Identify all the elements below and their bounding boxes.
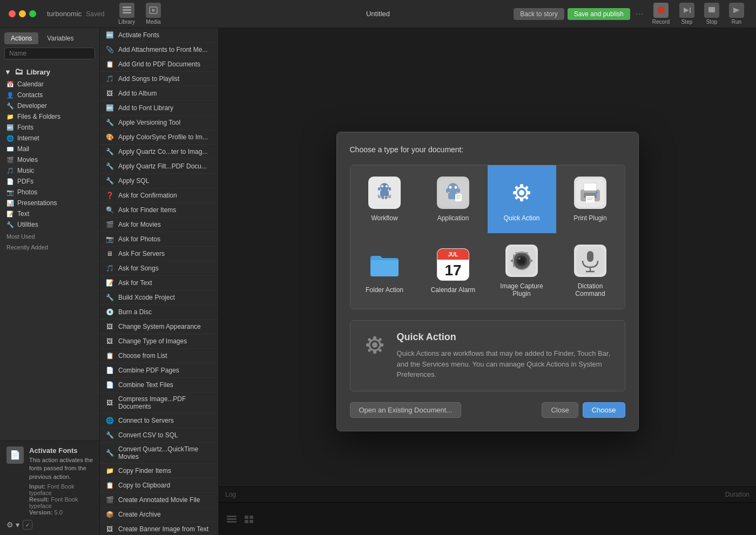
doc-type-calendar-alarm[interactable]: JUL 17 Calendar Alarm [419, 233, 488, 309]
list-item[interactable]: 🔍 Ask for Finder Items [100, 203, 218, 218]
check-button[interactable]: ✓ [23, 520, 32, 530]
list-item[interactable]: 🎵 Add Songs to Playlist [100, 72, 218, 86]
stop-btn[interactable]: Stop [701, 1, 723, 27]
sidebar-item-label: Mail [17, 145, 29, 153]
sidebar-item-internet[interactable]: 🌐 Internet [0, 133, 99, 144]
sidebar-item-fonts[interactable]: 🔤 Fonts [0, 122, 99, 133]
more-options-btn[interactable]: ··· [636, 8, 644, 19]
library-label: Library [118, 19, 135, 25]
list-item[interactable]: 🎨 Apply ColorSync Profile to Im... [100, 130, 218, 145]
list-item[interactable]: 📋 Choose from List [100, 349, 218, 363]
list-item[interactable]: ❓ Ask for Confirmation [100, 188, 218, 203]
list-item[interactable]: 🔧 Convert Quartz...QuickTime Movies [100, 443, 218, 464]
list-item[interactable]: 📄 Combine Text Files [100, 378, 218, 392]
svg-rect-2 [123, 12, 131, 13]
doc-type-image-capture[interactable]: Image Capture Plugin [488, 233, 556, 309]
doc-type-application[interactable]: Application [419, 165, 488, 233]
step-btn[interactable]: Step [676, 1, 698, 27]
svg-rect-34 [456, 195, 461, 196]
list-item[interactable]: 🔧 Build Xcode Project [100, 290, 218, 305]
item-icon: 📁 [105, 466, 114, 475]
doc-type-print-plugin[interactable]: Print Plugin [556, 165, 625, 233]
list-item[interactable]: 🎵 Ask for Songs [100, 261, 218, 276]
list-item[interactable]: 🖼 Create Banner Image from Text [100, 522, 218, 535]
item-label: Ask for Finder Items [118, 206, 176, 214]
search-input[interactable] [4, 48, 95, 59]
list-item[interactable]: 📋 Add Grid to PDF Documents [100, 57, 218, 72]
chevron-icon: ▼ [4, 68, 11, 76]
list-item[interactable]: 🔧 Apply Quartz Filt...PDF Docu... [100, 159, 218, 174]
item-icon: 🖥 [105, 249, 114, 258]
library-header[interactable]: ▼ 🗂 Library [0, 65, 99, 79]
item-icon: 📄 [105, 381, 114, 389]
svg-rect-31 [446, 188, 449, 193]
contacts-icon: 👤 [6, 91, 14, 99]
sidebar-item-movies[interactable]: 🎬 Movies [0, 154, 99, 165]
list-item[interactable]: 📄 Combine PDF Pages [100, 363, 218, 378]
sidebar-item-calendar[interactable]: 📅 Calendar [0, 79, 99, 90]
item-icon: 🔧 [105, 431, 114, 439]
list-item[interactable]: 🌐 Connect to Servers [100, 414, 218, 428]
sidebar-item-pdfs[interactable]: 📄 PDFs [0, 176, 99, 187]
list-item[interactable]: 📁 Copy Finder Items [100, 464, 218, 478]
list-item[interactable]: 🔧 Apple Versioning Tool [100, 116, 218, 130]
list-item[interactable]: 📷 Ask for Photos [100, 232, 218, 247]
close-button[interactable]: Close [542, 402, 578, 418]
item-icon: 🔧 [105, 177, 114, 185]
list-item[interactable]: 🔧 Apply SQL [100, 174, 218, 188]
open-existing-button[interactable]: Open an Existing Document... [350, 402, 462, 418]
sidebar-item-text[interactable]: 📝 Text [0, 208, 99, 219]
list-item[interactable]: 🔧 Apply Quartz Co...ter to Imag... [100, 145, 218, 159]
close-button[interactable] [9, 10, 16, 17]
list-item[interactable]: 💿 Burn a Disc [100, 305, 218, 320]
sidebar-item-contacts[interactable]: 👤 Contacts [0, 90, 99, 100]
choose-button[interactable]: Choose [583, 402, 625, 418]
list-item[interactable]: 📋 Copy to Clipboard [100, 478, 218, 493]
list-item[interactable]: 🔤 Add to Font Library [100, 101, 218, 116]
tab-actions[interactable]: Actions [4, 32, 38, 44]
save-publish-button[interactable]: Save and publish [568, 8, 630, 20]
doc-type-quick-action[interactable]: Quick Action [488, 165, 556, 233]
list-item[interactable]: 🎬 Create Annotated Movie File [100, 493, 218, 507]
sidebar-item-utilities[interactable]: 🔧 Utilities [0, 219, 99, 230]
list-item[interactable]: 🔧 Convert CSV to SQL [100, 428, 218, 443]
list-item[interactable]: 🎬 Ask for Movies [100, 218, 218, 232]
sidebar-item-developer[interactable]: 🔧 Developer [0, 100, 99, 111]
application-type-icon [437, 177, 469, 209]
list-item[interactable]: 🖼 Compress Image...PDF Documents [100, 392, 218, 414]
sidebar-item-files[interactable]: 📁 Files & Folders [0, 111, 99, 122]
list-item[interactable]: 🖼 Change System Appearance [100, 320, 218, 334]
sidebar-item-photos[interactable]: 📷 Photos [0, 187, 99, 198]
item-label: Copy to Clipboard [118, 482, 170, 489]
item-icon: 🎵 [105, 75, 114, 83]
item-icon: 🎬 [105, 496, 114, 504]
library-btn[interactable]: Library [115, 1, 138, 27]
list-item[interactable]: 📝 Ask for Text [100, 276, 218, 290]
sidebar-item-label: Text [17, 210, 29, 218]
doc-type-workflow[interactable]: WFLOW [350, 165, 419, 233]
run-btn[interactable]: Run [726, 1, 747, 27]
list-item[interactable]: 📦 Create Archive [100, 507, 218, 522]
list-item[interactable]: 🖼 Change Type of Images [100, 334, 218, 349]
list-item[interactable]: 🖥 Ask For Servers [100, 247, 218, 261]
doc-type-folder-action[interactable]: Folder Action [350, 233, 419, 309]
list-item[interactable]: 🔤 Activate Fonts [100, 28, 218, 43]
media-btn[interactable]: Media [143, 1, 164, 27]
sidebar-item-presentations[interactable]: 📊 Presentations [0, 198, 99, 208]
sidebar-item-mail[interactable]: ✉️ Mail [0, 144, 99, 154]
record-btn[interactable]: Record [649, 1, 673, 27]
list-item[interactable]: 🖼 Add to Album [100, 86, 218, 101]
list-item[interactable]: 📎 Add Attachments to Front Me... [100, 43, 218, 57]
movies-icon: 🎬 [6, 156, 14, 164]
item-icon: 📷 [105, 235, 114, 243]
tab-variables[interactable]: Variables [40, 32, 80, 44]
maximize-button[interactable] [29, 10, 36, 17]
back-story-button[interactable]: Back to story [514, 8, 564, 20]
media-icon [146, 3, 161, 18]
sidebar-item-music[interactable]: 🎵 Music [0, 165, 99, 176]
application-label: Application [437, 214, 469, 222]
gear-button[interactable]: ⚙ ▾ [6, 520, 19, 529]
svg-marker-4 [152, 9, 156, 12]
doc-type-dictation[interactable]: Dictation Command [556, 233, 625, 309]
minimize-button[interactable] [19, 10, 26, 17]
